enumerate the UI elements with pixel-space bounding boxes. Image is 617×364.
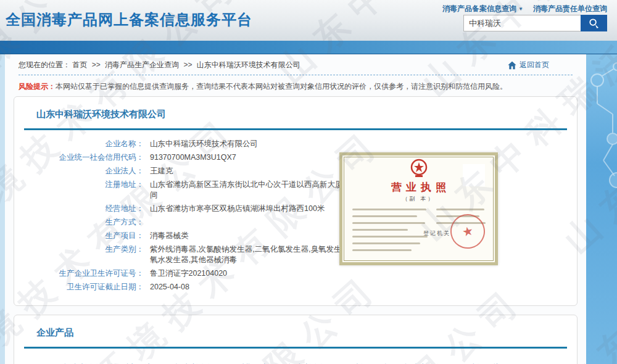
risk-notice: 风险提示：本网站仅基于已掌握的信息提供查询服务，查询结果不代表本网站对被查询对象… <box>19 81 573 92</box>
info-row: 生产企业卫生许可证号：鲁卫消证字202104020 <box>14 268 577 279</box>
risk-text: 本网站仅基于已掌握的信息提供查询服务，查询结果不代表本网站对被查询对象信用状况的… <box>56 82 507 91</box>
divider <box>19 75 573 75</box>
breadcrumb-separator: >> <box>183 60 192 69</box>
top-links: 消毒产品备案信息查询 ▼ 消毒产品责任单位查询 <box>442 4 607 14</box>
star-icon: ★ <box>461 223 475 239</box>
heading-underline <box>24 128 567 130</box>
license-text-line <box>352 229 408 231</box>
link-record-info-query[interactable]: 消毒产品备案信息查询 ▼ <box>442 4 523 14</box>
search-icon <box>588 17 600 29</box>
license-text-line <box>352 249 412 251</box>
home-icon <box>507 60 517 70</box>
risk-label: 风险提示： <box>19 82 56 91</box>
license-text-line <box>436 209 484 210</box>
breadcrumb-current: 山东中科瑞沃环境技术有限公司 <box>197 60 300 69</box>
license-subtitle: （副 本） <box>342 195 495 203</box>
right-decoration <box>586 0 617 364</box>
link-responsible-unit-query[interactable]: 消毒产品责任单位查询 <box>533 4 607 14</box>
breadcrumb: 您现在的位置： 首页 >> 消毒产品生产企业查询 >> 山东中科瑞沃环境技术有限… <box>19 60 300 70</box>
site-header: 全国消毒产品网上备案信息服务平台 消毒产品备案信息查询 ▼ 消毒产品责任单位查询 <box>0 0 617 41</box>
products-heading: 企业产品 <box>14 315 577 347</box>
license-text-line <box>352 209 426 210</box>
breadcrumb-query-link[interactable]: 消毒产品生产企业查询 <box>105 60 179 69</box>
national-emblem-icon <box>409 158 429 179</box>
license-issuer-label: 登记机关 <box>423 230 450 238</box>
back-home-link[interactable]: 返回首页 <box>507 60 549 70</box>
company-products-card: 企业产品 中科瑞沃牌ZK-50型电解法次氯酸钠发生器 中科瑞沃牌ZK-200型化… <box>14 315 578 364</box>
business-license-image: 营业执照 （副 本） 登记机关 ★ <box>339 152 498 265</box>
info-row: 企业名称：山东中科瑞沃环境技术有限公司 <box>14 139 577 149</box>
search-input[interactable] <box>463 15 581 31</box>
product-list: 中科瑞沃牌ZK-50型电解法次氯酸钠发生器 中科瑞沃牌ZK-200型化学法二氧化… <box>14 357 577 364</box>
qr-code <box>463 164 485 186</box>
main-content: 您现在的位置： 首页 >> 消毒产品生产企业查询 >> 山东中科瑞沃环境技术有限… <box>5 54 586 364</box>
search-button[interactable] <box>581 15 607 31</box>
company-info-card: 山东中科瑞沃环境技术有限公司 企业名称：山东中科瑞沃环境技术有限公司 企业统一社… <box>14 96 578 306</box>
breadcrumb-separator: >> <box>92 60 101 69</box>
breadcrumb-home-link[interactable]: 首页 <box>72 60 87 69</box>
search-bar <box>463 15 607 31</box>
heading-underline <box>24 347 567 349</box>
license-text-line <box>352 215 417 217</box>
license-text-line <box>352 222 425 224</box>
license-text-line <box>352 242 420 244</box>
chevron-down-icon: ▼ <box>518 6 523 12</box>
nav-bar <box>0 41 617 54</box>
breadcrumb-prefix: 您现在的位置： <box>19 60 70 69</box>
license-text-line <box>352 236 428 238</box>
site-title: 全国消毒产品网上备案信息服务平台 <box>6 10 252 30</box>
info-row: 卫生许可证截止日期：2025-04-08 <box>14 282 577 292</box>
company-name-heading: 山东中科瑞沃环境技术有限公司 <box>14 97 577 128</box>
